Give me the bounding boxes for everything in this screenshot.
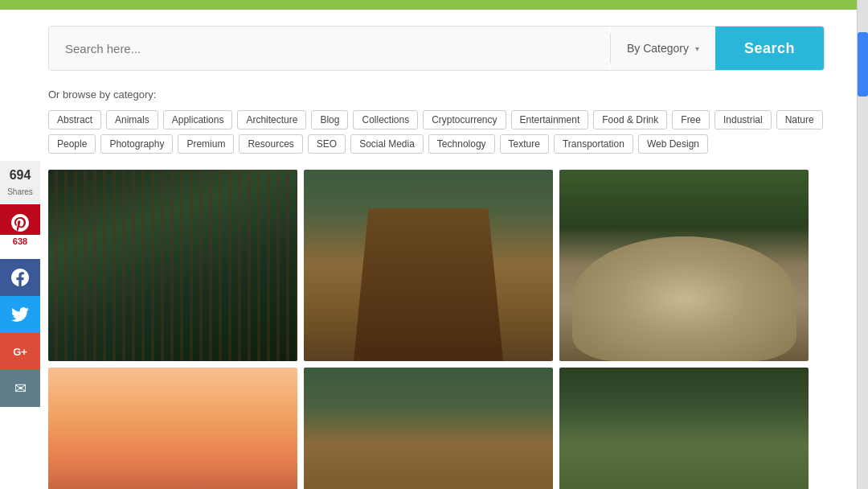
image-ruins2[interactable] xyxy=(304,368,553,489)
twitter-icon xyxy=(11,306,29,323)
tag-abstract[interactable]: Abstract xyxy=(48,110,101,129)
google-plus-icon: G+ xyxy=(13,346,27,358)
browse-label: Or browse by category: xyxy=(0,79,857,107)
pinterest-count: 638 xyxy=(0,235,40,248)
tag-industrial[interactable]: Industrial xyxy=(714,110,772,129)
image-grid xyxy=(0,162,857,489)
tag-technology[interactable]: Technology xyxy=(428,134,495,154)
tag-blog[interactable]: Blog xyxy=(311,110,348,129)
image-col-1 xyxy=(48,170,297,489)
image-garlic[interactable] xyxy=(559,170,809,361)
tag-free[interactable]: Free xyxy=(672,110,710,129)
search-area: By Category ▾ Search xyxy=(0,10,857,79)
chevron-down-icon: ▾ xyxy=(695,44,699,53)
tag-seo[interactable]: SEO xyxy=(308,134,346,154)
search-button[interactable]: Search xyxy=(715,27,824,70)
share-count: 694 Shares xyxy=(0,161,40,204)
image-warm[interactable] xyxy=(48,368,297,489)
tag-collections[interactable]: Collections xyxy=(353,110,418,129)
image-produce[interactable] xyxy=(559,368,809,489)
image-forest[interactable] xyxy=(48,170,297,361)
tag-animals[interactable]: Animals xyxy=(106,110,158,129)
email-button[interactable]: ✉ xyxy=(0,370,40,407)
search-input[interactable] xyxy=(49,27,610,70)
scrollbar-thumb[interactable] xyxy=(858,32,868,97)
tag-food-drink[interactable]: Food & Drink xyxy=(593,110,667,129)
tag-architecture[interactable]: Architecture xyxy=(237,110,306,129)
tag-nature[interactable]: Nature xyxy=(776,110,823,129)
share-count-number: 694 xyxy=(10,168,31,182)
social-sidebar: 694 Shares 638 G+ ✉ xyxy=(0,161,40,407)
scrollbar[interactable] xyxy=(857,0,868,489)
image-col-3 xyxy=(559,170,809,489)
image-col-2 xyxy=(304,170,553,489)
tag-web-design[interactable]: Web Design xyxy=(638,134,708,154)
main-content: By Category ▾ Search Or browse by catego… xyxy=(0,10,857,489)
twitter-button[interactable] xyxy=(0,296,40,333)
search-bar: By Category ▾ Search xyxy=(48,26,825,71)
tag-premium[interactable]: Premium xyxy=(178,134,234,154)
tag-resources[interactable]: Resources xyxy=(239,134,302,154)
category-dropdown[interactable]: By Category ▾ xyxy=(611,27,715,70)
tag-applications[interactable]: Applications xyxy=(163,110,233,129)
tag-texture[interactable]: Texture xyxy=(500,134,549,154)
tag-transportation[interactable]: Transportation xyxy=(554,134,633,154)
category-label: By Category xyxy=(627,42,689,55)
category-tags: Abstract Animals Applications Architectu… xyxy=(0,107,857,162)
pinterest-icon xyxy=(11,214,29,232)
google-button[interactable]: G+ xyxy=(0,333,40,370)
tag-social-media[interactable]: Social Media xyxy=(350,134,424,154)
facebook-icon xyxy=(11,269,29,286)
email-icon: ✉ xyxy=(14,380,27,397)
shares-label: Shares xyxy=(7,187,33,196)
facebook-button[interactable] xyxy=(0,259,40,296)
tag-entertainment[interactable]: Entertainment xyxy=(511,110,589,129)
pinterest-button[interactable]: 638 xyxy=(0,204,40,241)
tag-photography[interactable]: Photography xyxy=(100,134,173,154)
tag-people[interactable]: People xyxy=(48,134,96,154)
tag-cryptocurrency[interactable]: Cryptocurrency xyxy=(423,110,506,129)
top-border xyxy=(0,0,868,10)
image-ruins[interactable] xyxy=(304,170,553,361)
